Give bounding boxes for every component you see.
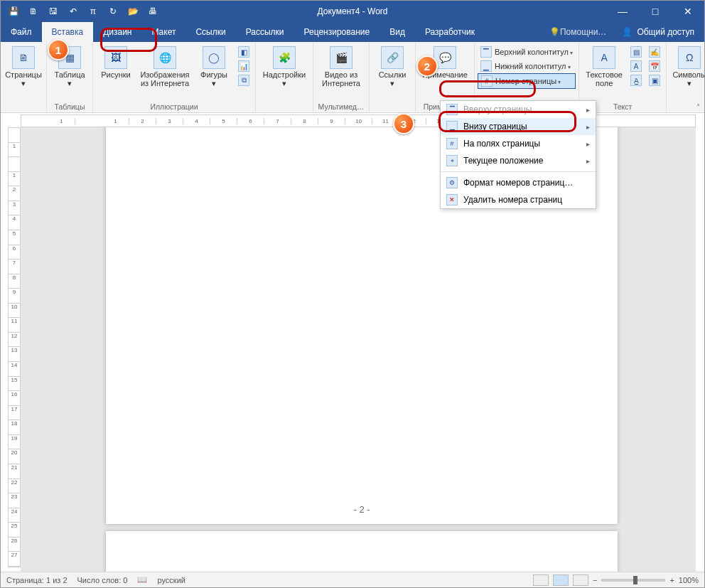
share-button[interactable]: 👤 Общий доступ	[612, 22, 704, 42]
window-title: Документ4 - Word	[317, 6, 387, 16]
maximize-button[interactable]: □	[639, 6, 672, 17]
top-page-icon: ▔	[446, 104, 458, 115]
tab-view[interactable]: Вид	[380, 22, 415, 42]
tab-mailings[interactable]: Рассылки	[236, 22, 294, 42]
chart-button[interactable]: 📊	[235, 59, 252, 73]
close-button[interactable]: ✕	[672, 6, 704, 17]
callout-2-badge: 2	[416, 55, 438, 77]
current-pos-icon: ⌖	[446, 155, 458, 166]
quick-access-toolbar: 💾 🗎 🖫 ↶ π ↻ 📂 🖶	[1, 6, 166, 17]
status-words[interactable]: Число слов: 0	[77, 576, 128, 584]
view-print-button[interactable]	[553, 574, 569, 586]
redo-icon[interactable]: ↻	[107, 6, 119, 17]
object-button[interactable]: ▣	[646, 73, 663, 87]
minimize-button[interactable]: —	[606, 6, 639, 17]
smartart-icon: ◧	[238, 46, 249, 58]
smartart-button[interactable]: ◧	[235, 45, 252, 59]
tab-developer[interactable]: Разработчик	[415, 22, 485, 42]
save-icon[interactable]: 💾	[8, 6, 19, 17]
page-number-menu: ▔Вверху страницы▸ ▁Внизу страницы▸ #На п…	[440, 100, 596, 209]
bottom-page-icon: ▁	[446, 121, 458, 132]
tab-layout[interactable]: Макет	[141, 22, 185, 42]
new-doc-icon[interactable]: 🗎	[28, 6, 39, 17]
menu-top-of-page[interactable]: ▔Вверху страницы▸	[441, 101, 596, 118]
tab-references[interactable]: Ссылки	[185, 22, 235, 42]
wordart-button[interactable]: A	[628, 59, 645, 73]
datetime-button[interactable]: 📅	[646, 59, 663, 73]
shapes-icon: ◯	[203, 46, 225, 69]
page-2[interactable]	[106, 531, 618, 572]
undo-icon[interactable]: ↶	[68, 6, 79, 17]
save-as-icon[interactable]: 🖫	[48, 6, 59, 17]
dropcap-button[interactable]: A̲	[628, 73, 645, 87]
open-icon[interactable]: 📂	[127, 6, 139, 17]
view-read-button[interactable]	[533, 574, 549, 586]
zoom-slider[interactable]	[601, 579, 665, 582]
textbox-button[interactable]: AТекстовое поле	[582, 43, 626, 87]
chart-icon: 📊	[238, 60, 249, 72]
shapes-button[interactable]: ◯Фигуры▾	[194, 43, 234, 87]
link-icon: 🔗	[381, 46, 404, 69]
online-pictures-icon: 🌐	[154, 46, 176, 69]
proofing-icon[interactable]: 📖	[137, 575, 147, 584]
dropcap-icon: A̲	[630, 75, 642, 86]
menu-bottom-of-page[interactable]: ▁Внизу страницы▸	[441, 118, 596, 135]
menu-current-position[interactable]: ⌖Текущее положение▸	[441, 152, 596, 169]
ribbon-tabs: Файл Вставка Дизайн Макет Ссылки Рассылк…	[1, 22, 704, 42]
zoom-level[interactable]: 100%	[679, 576, 699, 584]
signature-icon: ✍	[649, 46, 660, 58]
footer-icon: ▁	[480, 60, 492, 72]
addins-button[interactable]: 🧩Надстройки▾	[259, 43, 310, 87]
tab-design[interactable]: Дизайн	[93, 22, 141, 42]
symbols-button[interactable]: ΩСимволы▾	[669, 43, 705, 87]
format-icon: ⚙	[446, 177, 458, 188]
online-video-button[interactable]: 🎬Видео из Интернета	[316, 43, 366, 87]
footer-button[interactable]: ▁Нижний колонтитул	[478, 59, 576, 73]
ribbon: 🗎Страницы▾ ▦Таблица▾ Таблицы 🖼Рисунки 🌐И…	[1, 42, 704, 113]
margins-icon: #	[446, 138, 458, 149]
addins-icon: 🧩	[273, 46, 296, 69]
quickparts-icon: ▤	[630, 46, 642, 58]
tab-review[interactable]: Рецензирование	[294, 22, 380, 42]
quickparts-button[interactable]: ▤	[628, 45, 645, 59]
tell-me-helper[interactable]: 💡 Помощни…	[544, 22, 612, 42]
pictures-icon: 🖼	[104, 46, 127, 69]
collapse-ribbon-button[interactable]: ˄	[696, 103, 700, 111]
online-pictures-button[interactable]: 🌐Изображения из Интернета	[137, 43, 193, 87]
omega-icon: Ω	[678, 46, 701, 69]
window-controls: — □ ✕	[606, 6, 704, 17]
screenshot-icon: ⧉	[238, 75, 249, 86]
vertical-ruler[interactable]: 1123456789101112131415161718192021222324…	[8, 127, 21, 567]
callout-3-badge: 3	[393, 113, 414, 134]
pages-icon: 🗎	[12, 46, 35, 69]
header-icon: ▔	[480, 46, 492, 58]
menu-format-numbers[interactable]: ⚙Формат номеров страниц…	[441, 174, 596, 191]
titlebar: 💾 🗎 🖫 ↶ π ↻ 📂 🖶 Документ4 - Word — □ ✕	[1, 1, 704, 22]
page-number-button[interactable]: #Номер страницы	[478, 73, 576, 89]
wordart-icon: A	[630, 60, 642, 72]
callout-1-badge: 1	[48, 39, 69, 60]
signature-button[interactable]: ✍	[646, 45, 663, 59]
pictures-button[interactable]: 🖼Рисунки	[96, 43, 136, 79]
quickprint-icon[interactable]: 🖶	[147, 6, 158, 17]
status-language[interactable]: русский	[157, 576, 185, 584]
header-button[interactable]: ▔Верхний колонтитул	[478, 45, 576, 59]
zoom-in-button[interactable]: +	[669, 576, 674, 584]
view-web-button[interactable]	[573, 574, 588, 586]
remove-icon: ✕	[446, 194, 458, 205]
menu-page-margins[interactable]: #На полях страницы▸	[441, 135, 596, 152]
menu-separator	[441, 171, 596, 172]
links-button[interactable]: 🔗Ссылки▾	[372, 43, 412, 87]
pages-button[interactable]: 🗎Страницы▾	[4, 43, 43, 87]
datetime-icon: 📅	[649, 60, 660, 72]
page-number-icon: #	[481, 75, 493, 87]
equation-icon[interactable]: π	[87, 6, 99, 17]
menu-remove-numbers[interactable]: ✕Удалить номера страниц	[441, 191, 596, 208]
tab-file[interactable]: Файл	[1, 22, 42, 42]
video-icon: 🎬	[330, 46, 352, 69]
zoom-out-button[interactable]: −	[593, 576, 597, 584]
status-page[interactable]: Страница: 1 из 2	[6, 576, 68, 584]
tab-insert[interactable]: Вставка	[42, 22, 94, 42]
page-number-text: - 2 -	[353, 504, 370, 515]
screenshot-button[interactable]: ⧉	[235, 73, 252, 87]
